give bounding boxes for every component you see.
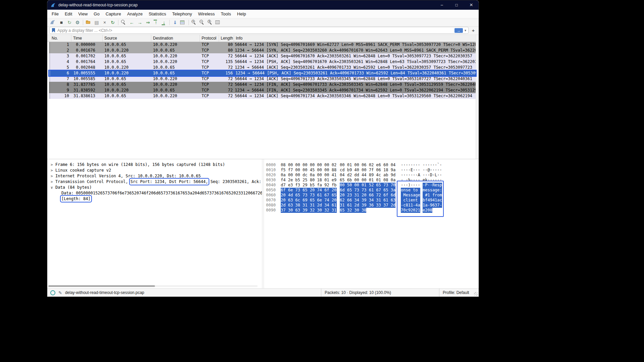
hex-line[interactable]: 009037 30 63 39 32 30 32 3165 32 30 3870…: [266, 208, 479, 213]
ascii-left: ···)····: [401, 183, 420, 188]
packet-row-2[interactable]: 20.00167610.0.0.22010.0.0.65TCP801234 → …: [49, 48, 476, 53]
expand-arrow[interactable]: ∨: [50, 185, 55, 190]
packet-row-7[interactable]: 710.00558510.0.0.6510.0.0.220TCP7256644 …: [49, 76, 476, 82]
column-header-info[interactable]: Info: [234, 35, 476, 42]
restart-capture-icon[interactable]: ↻: [66, 19, 73, 26]
hex-bytes-right: 65 32 30 38: [340, 208, 366, 213]
hex-bytes-right: 00 50 00 01 52 65 73 70: [340, 183, 395, 188]
maximize-button[interactable]: □: [449, 0, 464, 10]
menu-item-tools[interactable]: Tools: [218, 10, 234, 18]
expand-arrow[interactable]: >: [50, 168, 55, 173]
cell-info: 56644 → 1234 [ACK] Seq=4096701670 Ack=23…: [234, 53, 476, 59]
zoom-100-icon[interactable]: 1: [207, 19, 214, 26]
column-header-time[interactable]: Time: [71, 35, 103, 42]
minimize-button[interactable]: −: [434, 0, 449, 10]
detail-line[interactable]: >Internet Protocol Version 4, Src: 10.0.…: [50, 173, 262, 179]
menu-item-file[interactable]: File: [49, 10, 62, 18]
save-capture-icon[interactable]: ▤: [93, 19, 100, 26]
hex-line[interactable]: 0010f5 f7 00 00 45 00 00 88cd b9 40 00 7…: [266, 168, 479, 173]
menu-item-view[interactable]: View: [75, 10, 91, 18]
hex-line[interactable]: 0040d7 e3 f3 29 b5 fa 92 fb00 50 00 01 5…: [266, 183, 479, 188]
last-packet-icon[interactable]: ↓: [160, 19, 168, 26]
hex-line[interactable]: 0030f4 2e b5 25 80 18 01 e965 6b 00 00 0…: [266, 178, 479, 183]
hex-bytes-right: 65 6b 00 00 01 01 08 0a: [340, 178, 395, 183]
close-button[interactable]: ×: [464, 0, 479, 10]
go-forward-icon[interactable]: →: [136, 19, 144, 26]
zoom-in-icon[interactable]: +: [191, 19, 198, 26]
menu-item-go[interactable]: Go: [91, 10, 102, 18]
hex-bytes-left: 20 63 6c 69 65 6e 74 20: [281, 198, 337, 203]
hex-line[interactable]: 007020 63 6c 69 65 6e 74 2062 66 34 39 3…: [266, 198, 479, 203]
column-header-protocol[interactable]: Protocol: [200, 35, 219, 42]
packet-row-9[interactable]: 931.83859210.0.0.22010.0.0.65TCP721234 →…: [49, 87, 476, 93]
menu-item-help[interactable]: Help: [234, 10, 249, 18]
menu-item-wireless[interactable]: Wireless: [195, 10, 218, 18]
resize-grip[interactable]: [474, 292, 478, 296]
ascii-left: onse to: [401, 188, 420, 193]
column-header-source[interactable]: Source: [103, 35, 151, 42]
capture-comment-icon[interactable]: ✎: [58, 290, 62, 295]
resize-columns-icon[interactable]: [215, 19, 222, 26]
packet-row-6[interactable]: 610.00555510.0.0.22010.0.0.65TCP1561234 …: [49, 70, 476, 76]
hex-line[interactable]: 006020 4d 65 73 73 61 67 6520 23 31 20 6…: [266, 193, 479, 198]
auto-scroll-icon[interactable]: ⇓: [171, 19, 179, 26]
reload-capture-icon[interactable]: ↻: [109, 19, 116, 26]
hex-line[interactable]: 000008 00 00 00 00 00 00 0200 01 00 06 0…: [266, 163, 479, 168]
column-header-no[interactable]: No.: [49, 35, 71, 42]
display-filter-input[interactable]: [57, 28, 454, 33]
detail-line[interactable]: [Length: 84]: [50, 196, 262, 202]
hex-offset: 0010: [266, 168, 281, 173]
column-header-destination[interactable]: Destination: [151, 35, 200, 42]
detail-line[interactable]: >Linux cooked capture v2: [50, 168, 262, 173]
profile-selector[interactable]: Profile: Default: [439, 289, 479, 297]
filter-bookmark-icon[interactable]: [52, 28, 55, 33]
menu-item-telephony[interactable]: Telephony: [169, 10, 195, 18]
packet-row-1[interactable]: 10.00000010.0.0.6510.0.0.220TCP8056644 →…: [49, 42, 476, 48]
cell-length: 80: [219, 48, 234, 53]
stop-capture-icon[interactable]: ■: [58, 19, 65, 26]
menu-item-statistics[interactable]: Statistics: [146, 10, 169, 18]
open-capture-icon[interactable]: [85, 19, 92, 26]
cell-length: 72: [219, 87, 234, 93]
detail-line[interactable]: >Transmission Control Protocol, Src Port…: [50, 179, 262, 185]
packet-row-8[interactable]: 831.83778510.0.0.6510.0.0.220TCP7256644 …: [49, 82, 476, 87]
expand-arrow[interactable]: >: [50, 179, 55, 185]
go-to-packet-icon[interactable]: ⇒: [144, 19, 152, 26]
packet-row-4[interactable]: 40.00176410.0.0.6510.0.0.220TCP13556644 …: [49, 59, 476, 65]
go-back-icon[interactable]: ←: [128, 19, 136, 26]
first-packet-icon[interactable]: ↑: [152, 19, 160, 26]
detail-line[interactable]: Data: 00500001526573706f6e736520746f206d…: [50, 190, 262, 196]
colorize-icon[interactable]: [179, 19, 187, 26]
expand-arrow[interactable]: >: [50, 162, 55, 168]
packet-rows: 10.00000010.0.0.6510.0.0.220TCP8056644 →…: [47, 42, 476, 159]
expand-arrow[interactable]: >: [50, 173, 55, 179]
expert-info-icon[interactable]: [50, 290, 55, 295]
apply-filter-button[interactable]: →: [454, 28, 463, 33]
cell-source: 10.0.0.65: [103, 82, 151, 87]
detail-line[interactable]: >Frame 6: 156 bytes on wire (1248 bits),…: [50, 162, 262, 168]
hex-line[interactable]: 00200a 00 00 dc 0a 00 00 4104 d2 dd 44 8…: [266, 173, 479, 178]
find-packet-icon[interactable]: [120, 19, 127, 26]
packet-row-10[interactable]: 1031.83861310.0.0.6510.0.0.220TCP7256644…: [49, 93, 476, 99]
column-header-length[interactable]: Length: [219, 35, 234, 42]
ascii-left: ·.·%····: [401, 178, 420, 183]
close-capture-icon[interactable]: ×: [101, 19, 108, 26]
add-filter-button[interactable]: +: [470, 27, 477, 33]
zoom-out-icon[interactable]: −: [199, 19, 206, 26]
cell-info: 1234 → 56644 [SYN, ACK] Seq=2303503260 A…: [234, 48, 476, 53]
detail-line[interactable]: ∨Data (84 bytes): [50, 185, 262, 190]
title-bar[interactable]: delay-without-read-timeout-tcp-session.p…: [47, 0, 479, 10]
packet-row-3[interactable]: 30.00170210.0.0.6510.0.0.220TCP7256644 →…: [49, 53, 476, 59]
menu-item-edit[interactable]: Edit: [62, 10, 75, 18]
details-h-scrollbar-thumb[interactable]: [48, 285, 155, 287]
filter-dropdown-icon[interactable]: ▾: [465, 28, 466, 32]
menu-item-analyze[interactable]: Analyze: [124, 10, 146, 18]
cell-no: 10: [49, 93, 71, 99]
menu-item-capture[interactable]: Capture: [103, 10, 124, 18]
hex-line[interactable]: 00802d 63 38 31 31 2d 34 6131 61 2d 39 3…: [266, 203, 479, 208]
start-capture-icon[interactable]: [50, 19, 57, 26]
hex-line[interactable]: 00506f 6e 73 65 20 74 6f 206d 65 73 73 6…: [266, 188, 479, 193]
packet-list: No.TimeSourceDestinationProtocolLengthIn…: [47, 35, 479, 159]
capture-options-icon[interactable]: ⚙: [74, 19, 81, 26]
packet-row-5[interactable]: 50.00204810.0.0.22010.0.0.65TCP721234 → …: [49, 65, 476, 70]
